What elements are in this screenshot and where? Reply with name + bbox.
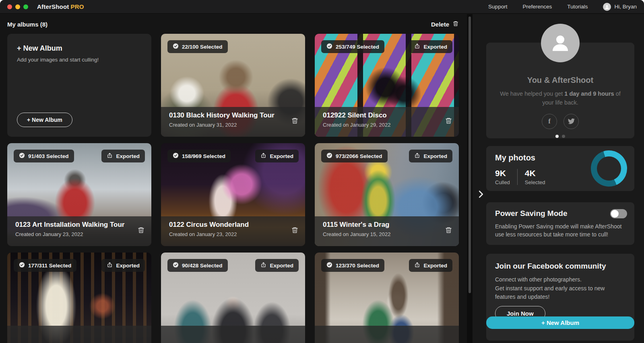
export-icon [107, 262, 113, 269]
selected-count-badge: 177/311 Selected [14, 259, 76, 272]
titlebar: AfterShootPRO Support Preferences Tutori… [0, 0, 644, 14]
culled-value: 9K [495, 168, 510, 178]
sidebar: You & AfterShoot We have helped you get … [473, 14, 644, 343]
user-avatar-icon [603, 3, 611, 11]
check-icon [173, 262, 179, 269]
close-window-button[interactable] [7, 4, 12, 9]
album-card[interactable]: 22/100 Selected 0130 Black History Walki… [161, 34, 305, 137]
album-title: 0123 Art Installation Walking Tour [15, 221, 143, 229]
zoom-window-button[interactable] [23, 4, 28, 9]
carousel-dot-1[interactable] [555, 135, 559, 138]
profile-avatar [541, 24, 580, 62]
exported-badge: Exported [409, 259, 452, 272]
album-delete-button[interactable] [445, 226, 452, 236]
album-footer [315, 326, 459, 343]
check-icon [326, 43, 332, 50]
album-created-date: Created on January 29, 2022 [323, 122, 451, 128]
check-icon [326, 262, 332, 269]
nav-tutorials[interactable]: Tutorials [567, 4, 588, 10]
album-card[interactable]: 123/370 Selected Exported [315, 253, 459, 343]
album-card[interactable]: 91/403 Selected Exported 0123 Art Instal… [7, 143, 151, 246]
album-created-date: Created on January 15, 2022 [323, 231, 451, 237]
photos-donut-chart [591, 150, 627, 187]
delete-button[interactable]: Delete [431, 21, 459, 28]
album-delete-button[interactable] [445, 117, 452, 126]
chevron-right-icon [478, 193, 484, 199]
album-title: 0115 Winter's a Drag [323, 221, 451, 229]
album-delete-button[interactable] [291, 226, 299, 236]
social-links: f [486, 114, 634, 129]
albums-panel: My albums (8) Delete + New Album Add you… [0, 14, 467, 343]
album-footer: 0130 Black History Walking Tour Created … [161, 107, 305, 137]
delete-label: Delete [431, 21, 449, 28]
sidebar-collapse-button[interactable] [477, 189, 485, 201]
new-album-button[interactable]: + New Album [17, 113, 72, 127]
selected-count-badge: 90/428 Selected [167, 259, 228, 272]
album-card[interactable]: 253/749 Selected Exported 012922 Silent … [315, 34, 459, 137]
trash-icon [137, 230, 145, 236]
selected-count-badge: 158/969 Selected [167, 150, 231, 162]
selected-count-badge: 91/403 Selected [14, 150, 74, 162]
export-icon [414, 43, 420, 50]
content-area: My albums (8) Delete + New Album Add you… [0, 14, 644, 343]
album-delete-button[interactable] [137, 226, 145, 236]
album-created-date: Created on January 31, 2022 [169, 122, 297, 128]
selected-value: 4K [525, 168, 545, 178]
facebook-icon[interactable]: f [542, 114, 557, 129]
albums-header: My albums (8) Delete [0, 14, 467, 34]
album-delete-button[interactable] [291, 117, 299, 126]
trash-icon [452, 21, 459, 28]
album-footer [161, 326, 305, 343]
exported-badge: Exported [101, 150, 145, 162]
pro-badge: PRO [71, 3, 84, 10]
trash-icon [291, 230, 299, 236]
selected-stat: 4K Selected [525, 168, 545, 185]
album-card[interactable]: 177/311 Selected Exported [7, 253, 151, 343]
sidebar-new-album-button[interactable]: + New Album [486, 316, 634, 329]
twitter-icon[interactable] [564, 114, 579, 129]
exported-badge: Exported [409, 40, 452, 53]
export-icon [260, 262, 266, 269]
person-icon [548, 30, 573, 56]
power-saving-toggle[interactable] [610, 209, 627, 218]
nav-support[interactable]: Support [488, 4, 507, 10]
my-photos-card: My photos 9K Culled 4K Selected [486, 146, 634, 191]
user-greeting: Hi, Bryan [614, 4, 637, 10]
power-saving-card: Power Saving Mode Enabling Power Saving … [486, 202, 634, 245]
culled-label: Culled [495, 179, 510, 185]
time-saved-message: We have helped you get 1 day and 9 hours… [500, 90, 621, 107]
export-icon [107, 152, 113, 160]
trash-icon [445, 230, 452, 236]
album-card[interactable]: 973/2066 Selected Exported 0115 Winter's… [315, 143, 459, 246]
album-card[interactable]: 158/969 Selected Exported 0122 Circus Wo… [161, 143, 305, 246]
album-created-date: Created on January 23, 2022 [169, 231, 297, 237]
selected-count-badge: 973/2066 Selected [321, 150, 388, 162]
new-album-card[interactable]: + New Album Add your images and start cu… [7, 34, 151, 137]
main-scrollbar-thumb[interactable] [469, 16, 471, 293]
album-footer [7, 326, 151, 343]
window-controls [7, 4, 28, 9]
trash-icon [445, 120, 452, 126]
carousel-dot-2[interactable] [562, 135, 565, 138]
toggle-knob [611, 210, 619, 218]
top-navigation: Support Preferences Tutorials Hi, Bryan [488, 3, 637, 11]
nav-preferences[interactable]: Preferences [522, 4, 552, 10]
exported-badge: Exported [101, 259, 145, 272]
trash-icon [291, 120, 299, 126]
check-icon [19, 152, 25, 160]
selected-count-badge: 123/370 Selected [321, 259, 384, 272]
albums-grid: + New Album Add your images and start cu… [0, 34, 467, 343]
culled-stat: 9K Culled [495, 168, 510, 185]
album-card[interactable]: 90/428 Selected Exported [161, 253, 305, 343]
app-name: AfterShoot [37, 3, 69, 10]
check-icon [173, 43, 179, 50]
you-card-title: You & AfterShoot [486, 76, 634, 85]
app-window: AfterShootPRO Support Preferences Tutori… [0, 0, 644, 343]
minimize-window-button[interactable] [15, 4, 20, 9]
export-icon [260, 152, 266, 160]
album-title: 012922 Silent Disco [323, 111, 451, 119]
page-title: My albums (8) [7, 21, 47, 28]
main-scrollbar[interactable] [467, 14, 473, 343]
user-menu[interactable]: Hi, Bryan [603, 3, 637, 11]
check-icon [173, 152, 179, 160]
